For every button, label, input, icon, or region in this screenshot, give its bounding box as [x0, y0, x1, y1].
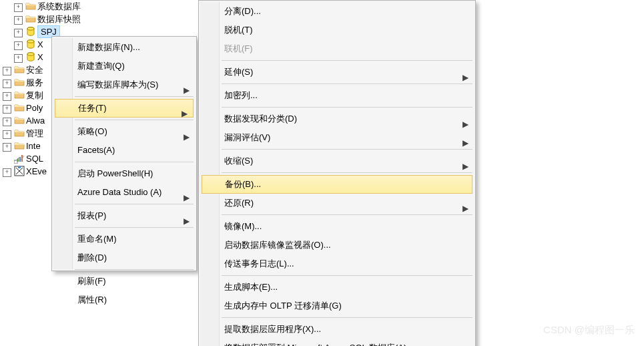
- menu-item-label: 新建查询(Q): [77, 61, 125, 71]
- expand-icon[interactable]: +: [3, 92, 11, 101]
- menu-item[interactable]: 启动数据库镜像监视器(O)...: [200, 236, 474, 254]
- tree-item-label: SQL: [26, 154, 43, 164]
- expand-icon[interactable]: +: [3, 79, 11, 88]
- menu-item-label: 传送事务日志(L)...: [224, 258, 294, 269]
- menu-separator: [222, 172, 472, 173]
- menu-item[interactable]: Azure Data Studio (A)▶: [53, 183, 195, 202]
- menu-item[interactable]: 延伸(S)▶: [200, 63, 474, 81]
- menu-item-label: 脱机(T): [224, 25, 253, 35]
- menu-separator: [222, 60, 472, 61]
- tree-item-label: 安全: [26, 65, 43, 75]
- folder-icon: [25, 1, 36, 11]
- menu-separator: [75, 204, 194, 204]
- menu-separator: [222, 317, 472, 318]
- menu-item[interactable]: 新建数据库(N)...: [53, 38, 195, 57]
- database-icon: [25, 51, 36, 62]
- menu-item[interactable]: 删除(D): [53, 248, 195, 267]
- expand-icon[interactable]: +: [3, 168, 11, 177]
- menu-item[interactable]: 属性(R): [53, 291, 195, 309]
- menu-item-label: 策略(O): [77, 126, 107, 136]
- menu-item[interactable]: 重命名(M): [53, 230, 195, 248]
- submenu-arrow-icon: ▶: [182, 105, 188, 122]
- menu-item-label: 生成内存中 OLTP 迁移清单(G): [224, 301, 342, 311]
- tree-item-label: 数据库快照: [37, 14, 81, 24]
- expand-icon[interactable]: +: [14, 3, 23, 12]
- tree-item[interactable]: +系统数据库: [0, 0, 200, 13]
- menu-item-label: 漏洞评估(V): [224, 132, 270, 142]
- menu-item[interactable]: 加密列...: [200, 86, 474, 105]
- expand-icon[interactable]: +: [3, 130, 11, 139]
- menu-item[interactable]: Facets(A): [53, 141, 195, 160]
- menu-item[interactable]: 刷新(F): [53, 272, 195, 291]
- expand-icon[interactable]: +: [3, 143, 11, 152]
- menu-item-label: 生成脚本(E)...: [224, 282, 278, 292]
- submenu-arrow-icon: ▶: [184, 188, 190, 207]
- folder-icon: [14, 115, 25, 126]
- database-icon: [25, 26, 36, 37]
- menu-item[interactable]: 提取数据层应用程序(X)...: [200, 320, 474, 339]
- menu-separator: [75, 269, 194, 270]
- expand-icon[interactable]: +: [14, 41, 23, 50]
- folder-icon: [14, 64, 25, 75]
- menu-item[interactable]: 备份(B)...: [202, 175, 472, 194]
- menu-item[interactable]: 传送事务日志(L)...: [200, 254, 474, 273]
- menu-item-label: Azure Data Studio (A): [77, 187, 162, 197]
- menu-item-label: 新建数据库(N)...: [77, 42, 140, 52]
- menu-separator: [222, 83, 472, 84]
- menu-item-label: 收缩(S): [224, 156, 253, 166]
- expand-icon[interactable]: +: [3, 67, 11, 75]
- menu-item[interactable]: 生成内存中 OLTP 迁移清单(G): [200, 297, 474, 315]
- menu-item-label: 启动 PowerShell(H): [77, 168, 153, 178]
- menu-item[interactable]: 编写数据库脚本为(S)▶: [53, 75, 195, 94]
- menu-separator: [222, 275, 472, 276]
- menu-item[interactable]: 生成脚本(E)...: [200, 278, 474, 297]
- context-menu-database: 新建数据库(N)...新建查询(Q)编写数据库脚本为(S)▶任务(T)▶策略(O…: [51, 36, 197, 271]
- menu-separator: [75, 96, 194, 97]
- menu-item[interactable]: 分离(D)...: [200, 2, 474, 21]
- folder-icon: [25, 13, 36, 24]
- menu-item-label: 延伸(S): [224, 67, 253, 77]
- menu-item[interactable]: 数据发现和分类(D)▶: [200, 110, 474, 128]
- tree-item-label: X: [37, 39, 43, 49]
- menu-item-label: 重命名(M): [77, 234, 117, 244]
- submenu-arrow-icon: ▶: [462, 199, 468, 218]
- menu-item[interactable]: 启动 PowerShell(H): [53, 164, 195, 183]
- menu-item[interactable]: 任务(T)▶: [55, 99, 194, 118]
- submenu-arrow-icon: ▶: [462, 134, 468, 152]
- expand-icon[interactable]: +: [14, 29, 23, 37]
- menu-item-label: 启动数据库镜像监视器(O)...: [224, 240, 331, 250]
- menu-item-label: 报表(P): [77, 210, 106, 220]
- menu-separator: [222, 107, 472, 108]
- context-menu-tasks: 分离(D)...脱机(T)联机(F)延伸(S)▶加密列...数据发现和分类(D)…: [198, 0, 476, 346]
- folder-icon: [14, 102, 25, 113]
- menu-item[interactable]: 新建查询(Q): [53, 57, 195, 75]
- expand-icon[interactable]: +: [14, 16, 23, 25]
- menu-item[interactable]: 镜像(M)...: [200, 217, 474, 236]
- menu-item-label: 分离(D)...: [224, 6, 261, 16]
- menu-item-label: 还原(R): [224, 198, 254, 208]
- submenu-arrow-icon: ▶: [462, 157, 468, 176]
- menu-item[interactable]: 报表(P)▶: [53, 206, 195, 225]
- expand-icon[interactable]: +: [14, 54, 23, 63]
- menu-item-label: 提取数据层应用程序(X)...: [224, 324, 321, 334]
- menu-item[interactable]: 收缩(S)▶: [200, 152, 474, 170]
- menu-separator: [75, 227, 194, 228]
- expand-icon[interactable]: +: [3, 105, 11, 114]
- menu-item-label: 删除(D): [77, 252, 107, 263]
- menu-item-label: 任务(T): [78, 103, 107, 113]
- menu-item[interactable]: 策略(O)▶: [53, 122, 195, 141]
- folder-icon: [14, 77, 25, 88]
- tree-item-label: Poly: [26, 103, 43, 113]
- tree-item-label: XEve: [26, 166, 47, 176]
- menu-item[interactable]: 漏洞评估(V)▶: [200, 128, 474, 147]
- menu-item-label: 将数据库部署到 Microsoft Azure SQL 数据库(A)...: [224, 343, 414, 346]
- menu-item-label: 加密列...: [224, 90, 258, 100]
- tree-item[interactable]: +数据库快照: [0, 13, 200, 25]
- expand-icon[interactable]: +: [3, 118, 11, 126]
- menu-item[interactable]: 将数据库部署到 Microsoft Azure SQL 数据库(A)...: [200, 339, 474, 346]
- folder-icon: [14, 140, 25, 151]
- menu-item[interactable]: 脱机(T): [200, 21, 474, 39]
- tree-item-label: Inte: [26, 141, 41, 151]
- menu-item[interactable]: 还原(R)▶: [200, 194, 474, 212]
- menu-separator: [75, 120, 194, 120]
